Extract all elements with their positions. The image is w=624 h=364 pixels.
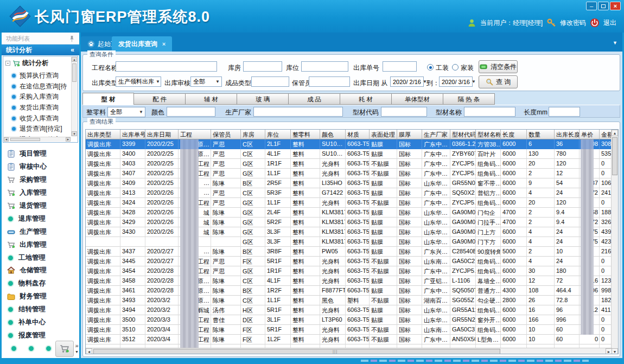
material-tab[interactable]: 玻 璃	[237, 93, 289, 105]
location-input[interactable]	[301, 61, 348, 72]
column-header[interactable]: 保管员	[211, 130, 241, 139]
table-row[interactable]: 调拨出库33992020/2/25华原…严思C区2L1F整料SU10…6063-…	[86, 139, 612, 149]
table-row[interactable]: 调拨出库34002020/2/25华原…严思C区4L1F整料SU10…6063-…	[86, 149, 612, 159]
footer-dot-icon[interactable]	[45, 345, 52, 352]
table-row[interactable]: G区3L3F整料KLM38176063-T5贴膜国标山东华…GA90M09…门下…	[86, 237, 612, 247]
tab-close-icon[interactable]: ×	[162, 41, 165, 47]
table-row[interactable]: 调拨出库34452020/2/27工共工程严思F区5R1F整料光身料6063-T…	[86, 257, 612, 266]
table-row[interactable]: 调拨出库34282020/2/26石城陈琳G区2L4F整料KLM38176063…	[86, 208, 612, 218]
out-type-select[interactable]: 生产领料出库▼	[116, 76, 161, 87]
footer-cart-button[interactable]	[55, 341, 74, 357]
clear-conditions-button[interactable]: 清空条件	[479, 60, 518, 73]
table-row[interactable]: 调拨出库34092020/2/25长…陈琳B区2R5F整料LI35HO6063-…	[86, 178, 612, 188]
sidebar-item[interactable]: 生产管理	[2, 225, 79, 238]
profile-name-input[interactable]	[464, 107, 515, 117]
tab-overflow-icon[interactable]: ▼	[611, 40, 619, 46]
table-row[interactable]: 调拨出库34612020/2/28华原…陈琳B区1R2F整料F8877FT606…	[86, 286, 612, 296]
material-tab[interactable]: 耗 材	[340, 93, 392, 105]
grid-horizontal-scrollbar[interactable]: ◄ ||| ►	[86, 348, 612, 354]
table-row[interactable]: 调拨出库34372020/2/27佛…陈琳B区3R8F整料PW056063-T5…	[86, 247, 612, 257]
column-header[interactable]: 库位	[265, 130, 291, 139]
table-row[interactable]: 调拨出库34032020/2/25工工程严思G区1R1F整料光身料6063-T5…	[86, 159, 612, 169]
sidebar-item[interactable]: 工地管理	[2, 251, 79, 264]
project-name-input[interactable]	[116, 61, 217, 72]
table-row[interactable]: 调拨出库35122020/3/4工共工程陈琳F区1L2F整料光身料6063-T5…	[86, 335, 612, 344]
column-header[interactable]: 膜厚	[397, 130, 422, 139]
column-header[interactable]: 库房	[241, 130, 265, 139]
sidebar-item[interactable]: 补单中心	[2, 316, 79, 329]
audit-select[interactable]: 全部▼	[190, 76, 222, 87]
table-row[interactable]: 调拨出库34292020/2/26石城陈琳G区5R2F整料KLM38176063…	[86, 218, 612, 227]
table-row[interactable]: 调拨出库35102020/3/4工共工程陈琳F区5R1F整料光身料6063-T5…	[86, 325, 612, 335]
tree-item[interactable]: 在途信息查询[待	[11, 81, 71, 92]
material-tab[interactable]: 配 件	[134, 93, 186, 105]
pin-icon[interactable]	[69, 35, 74, 42]
close-button[interactable]: ×	[610, 2, 621, 10]
column-header[interactable]: 工程	[179, 130, 211, 139]
change-password-link[interactable]: 修改密码	[560, 18, 586, 28]
column-header[interactable]: 生产厂家	[422, 130, 450, 139]
tree-item[interactable]: 发货出库查询	[11, 103, 71, 113]
tree-expander-icon[interactable]: -	[5, 61, 10, 66]
sidebar-item[interactable]: 审核中心	[2, 161, 79, 174]
section-statistics[interactable]: 统计分析 «	[2, 44, 79, 55]
sidebar-item[interactable]: 项目管理	[2, 148, 79, 161]
date-from-picker[interactable]: 2020/ 2/16▼	[390, 76, 424, 87]
table-row[interactable]: 调拨出库34132020/2/26南…严思C区5R3F整料G714226063-…	[86, 188, 612, 198]
tab-shipment-outbound-query[interactable]: 发货出库查询×	[112, 36, 172, 52]
material-tab[interactable]: 型 材	[82, 93, 134, 105]
tree-item[interactable]: 预算执行查询	[11, 71, 71, 81]
column-header[interactable]: 出库长度	[555, 130, 580, 139]
sidebar-item[interactable]: 退库管理	[2, 212, 79, 225]
sidebar-item[interactable]: 财务管理	[2, 290, 79, 303]
column-header[interactable]: 金额	[600, 130, 612, 139]
overflow-chevron[interactable]: »▼	[75, 343, 79, 355]
table-row[interactable]: 调拨出库34542020/2/28工共工程严思G区1R1F整料光身料6063-T…	[86, 266, 612, 276]
column-header[interactable]: 数量	[527, 130, 555, 139]
length-input[interactable]	[549, 107, 580, 117]
color-input[interactable]	[167, 107, 215, 117]
column-header[interactable]: 出库单号	[120, 130, 145, 139]
tree-item[interactable]: 收货入库查询	[11, 113, 71, 124]
table-row[interactable]: 调拨出库34942020/3/2石辉城汤伟H区5R1F整料光身料6063-T5贴…	[86, 305, 612, 315]
warehouse-input[interactable]	[243, 61, 282, 72]
footer-dot-icon[interactable]	[28, 345, 35, 352]
column-header[interactable]: 单价	[580, 130, 600, 139]
tree-item[interactable]: 采购入库查询	[11, 92, 71, 103]
search-button[interactable]: 查 询	[479, 75, 518, 88]
sidebar-item[interactable]: 入库管理	[2, 187, 79, 200]
material-tab[interactable]: 辅 材	[186, 93, 237, 105]
grid-vertical-scrollbar[interactable]: ▲ ▼	[611, 130, 618, 354]
table-row[interactable]: 调拨出库34932020/3/2华原…陈琳C区1L1F整料黑色塑料不贴膜国标湖南…	[86, 296, 612, 305]
column-header[interactable]: 型材名称	[476, 130, 501, 139]
logout-link[interactable]: 退出	[603, 18, 616, 28]
tree-root-statistics[interactable]: - 统计分析	[5, 59, 48, 68]
radio-gongzhuang[interactable]	[427, 64, 434, 71]
profile-code-input[interactable]	[381, 107, 427, 117]
maker-input[interactable]	[253, 107, 343, 117]
column-header[interactable]: 颜色	[320, 130, 346, 139]
column-header[interactable]: 表面处理	[370, 130, 397, 139]
sidebar-item[interactable]: 退货管理	[2, 200, 79, 213]
order-no-input[interactable]	[383, 61, 417, 72]
column-header[interactable]: 材质	[346, 130, 370, 139]
table-row[interactable]: 调拨出库34582020/2/28华原…陈琳C区4L1F整料光身料6063-T5…	[86, 276, 612, 286]
material-tab[interactable]: 隔 热 条	[443, 93, 495, 105]
table-row[interactable]: 调拨出库34072020/2/25工工程严思G区1L1F整料光身料6063-T5…	[86, 169, 612, 178]
sidebar-item[interactable]: 物料盘存	[2, 277, 79, 290]
column-header[interactable]: 出库类型	[86, 130, 120, 139]
sidebar-item[interactable]: 采购管理	[2, 174, 79, 187]
sidebar-item[interactable]: 结转管理	[2, 303, 79, 316]
table-row[interactable]: 调拨出库34242020/2/26工工程严思G区1L1F整料光身料6063-T5…	[86, 198, 612, 208]
radio-jiazhuang[interactable]	[452, 64, 459, 71]
column-header[interactable]: 型材代码	[450, 130, 476, 139]
column-header[interactable]: 出库日期	[145, 130, 179, 139]
table-row[interactable]: 调拨出库35002020/3/3工共工程曹佳D区3L1F整料LT3P606063…	[86, 315, 612, 325]
date-to-picker[interactable]: 2020/ 3/16▼	[439, 76, 473, 87]
minimize-button[interactable]: –	[586, 2, 597, 10]
maximize-button[interactable]	[598, 2, 609, 10]
tree-item[interactable]: 退货查询[待定]	[11, 124, 71, 135]
product-type-input[interactable]	[251, 76, 289, 87]
footer-dot-icon[interactable]	[10, 345, 17, 352]
column-header[interactable]: 整零料	[291, 130, 320, 139]
